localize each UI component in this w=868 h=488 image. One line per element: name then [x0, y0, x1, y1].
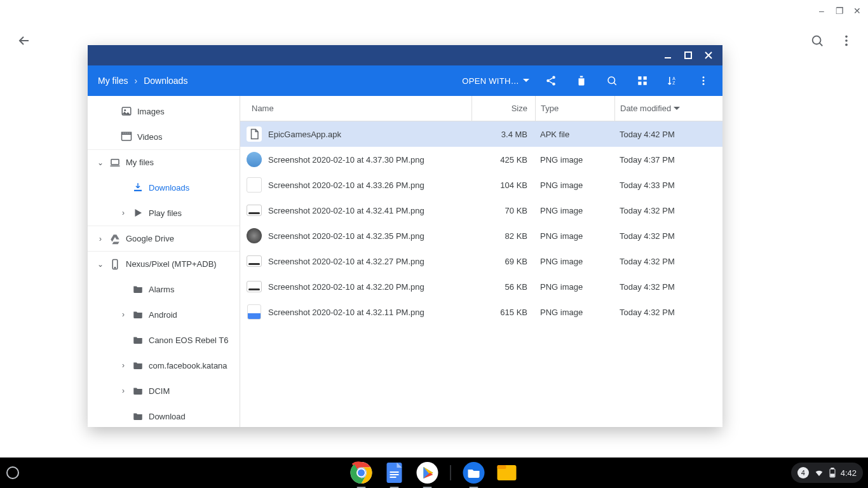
phone-icon — [108, 259, 122, 270]
file-row[interactable]: Screenshot 2020-02-10 at 4.37.30 PM.png4… — [240, 147, 722, 172]
svg-rect-30 — [390, 474, 399, 475]
file-name: Screenshot 2020-02-10 at 4.32.27 PM.png — [268, 257, 471, 266]
sidebar-item-canon-eos-rebel-t6[interactable]: Canon EOS Rebel T6 — [88, 327, 240, 353]
image-icon — [119, 105, 133, 117]
sidebar-item-label: Alarms — [149, 285, 174, 294]
file-row[interactable]: Screenshot 2020-02-10 at 4.32.35 PM.png8… — [240, 223, 722, 248]
column-size[interactable]: Size — [471, 96, 535, 121]
sidebar-item-android[interactable]: ›Android — [88, 302, 240, 327]
file-row[interactable]: EpicGamesApp.apk3.4 MBAPK fileToday 4:42… — [240, 121, 722, 147]
delete-button[interactable] — [567, 65, 595, 96]
app-chrome[interactable] — [349, 460, 374, 485]
folder-icon — [131, 410, 145, 422]
sidebar-item-download[interactable]: Download — [88, 403, 240, 427]
file-name: Screenshot 2020-02-10 at 4.32.35 PM.png — [268, 231, 471, 241]
expand-icon[interactable]: › — [116, 386, 131, 395]
sort-button[interactable]: AZ — [659, 65, 687, 96]
share-button[interactable] — [537, 65, 565, 96]
file-thumbnail — [247, 152, 262, 167]
file-name: EpicGamesApp.apk — [268, 130, 471, 139]
toolbar-search-button[interactable] — [598, 65, 626, 96]
file-row[interactable]: Screenshot 2020-02-10 at 4.32.20 PM.png5… — [240, 274, 722, 299]
file-thumbnail — [247, 254, 262, 269]
sidebar-item-videos[interactable]: Videos — [88, 124, 240, 149]
file-thumbnail — [247, 279, 262, 294]
app-docs[interactable] — [382, 460, 407, 485]
sidebar-item-my-files[interactable]: ⌄My files — [88, 149, 240, 175]
expand-icon[interactable]: › — [116, 208, 131, 217]
window-minimize-icon[interactable]: – — [816, 5, 827, 17]
column-type[interactable]: Type — [535, 96, 614, 121]
file-type: PNG image — [535, 155, 614, 165]
svg-rect-35 — [498, 465, 506, 469]
files-app-window: My files › Downloads OPEN WITH… AZ Image… — [88, 45, 722, 427]
files-close-button[interactable] — [698, 45, 719, 65]
sidebar-item-downloads[interactable]: Downloads — [88, 175, 240, 200]
file-list: Name Size Type Date modified EpicGamesAp… — [240, 96, 722, 427]
sidebar-item-play-files[interactable]: ›Play files — [88, 200, 240, 226]
back-button[interactable] — [17, 33, 32, 48]
files-maximize-button[interactable] — [678, 45, 698, 65]
column-date[interactable]: Date modified — [614, 96, 722, 121]
file-name: Screenshot 2020-02-10 at 4.37.30 PM.png — [268, 155, 471, 165]
app-files-yellow[interactable] — [494, 460, 520, 485]
file-row[interactable]: Screenshot 2020-02-10 at 4.33.26 PM.png1… — [240, 172, 722, 198]
svg-rect-31 — [390, 477, 397, 478]
svg-point-2 — [845, 39, 848, 42]
toolbar-more-button[interactable] — [689, 65, 717, 96]
svg-rect-10 — [644, 76, 647, 79]
file-row[interactable]: Screenshot 2020-02-10 at 4.32.27 PM.png6… — [240, 248, 722, 274]
folder-icon — [131, 334, 145, 346]
files-minimize-button[interactable] — [658, 45, 678, 65]
expand-icon[interactable]: › — [116, 361, 131, 370]
search-icon[interactable] — [810, 33, 825, 48]
sidebar-item-label: com.facebook.katana — [149, 361, 227, 370]
file-row[interactable]: Screenshot 2020-02-10 at 4.32.41 PM.png7… — [240, 198, 722, 223]
system-tray[interactable]: 4 4:42 — [791, 463, 863, 483]
column-name[interactable]: Name — [240, 96, 471, 121]
sidebar-item-alarms[interactable]: Alarms — [88, 276, 240, 302]
folder-icon — [131, 309, 145, 320]
svg-point-24 — [114, 267, 116, 268]
svg-point-19 — [124, 109, 126, 111]
file-date: Today 4:32 PM — [614, 231, 722, 241]
app-files-blue[interactable] — [461, 460, 487, 485]
sidebar-item-label: Download — [149, 412, 186, 421]
files-toolbar: My files › Downloads OPEN WITH… AZ — [88, 65, 722, 96]
shelf: 4 4:42 — [0, 458, 868, 488]
sidebar-item-nexus-pixel-mtp-adb-[interactable]: ⌄Nexus/Pixel (MTP+ADB) — [88, 251, 240, 276]
open-with-button[interactable]: OPEN WITH… — [457, 76, 534, 86]
svg-rect-12 — [644, 82, 647, 85]
sidebar-item-label: Google Drive — [126, 234, 174, 243]
files-titlebar — [88, 45, 722, 65]
svg-text:A: A — [672, 76, 675, 81]
sidebar-item-dcim[interactable]: ›DCIM — [88, 378, 240, 403]
sidebar-item-label: Android — [149, 310, 177, 320]
sidebar-item-com-facebook-katana[interactable]: ›com.facebook.katana — [88, 353, 240, 378]
file-date: Today 4:42 PM — [614, 130, 722, 139]
breadcrumb-root[interactable]: My files — [98, 76, 128, 86]
expand-icon[interactable]: › — [93, 234, 108, 243]
file-row[interactable]: Screenshot 2020-02-10 at 4.32.11 PM.png6… — [240, 299, 722, 325]
file-date: Today 4:33 PM — [614, 180, 722, 190]
svg-point-16 — [703, 80, 705, 82]
app-play-store[interactable] — [415, 460, 440, 485]
sidebar-item-google-drive[interactable]: ›Google Drive — [88, 226, 240, 251]
expand-icon[interactable]: › — [116, 310, 131, 319]
svg-rect-38 — [831, 474, 834, 477]
file-thumbnail — [247, 228, 262, 243]
expand-icon[interactable]: ⌄ — [93, 158, 108, 167]
launcher-button[interactable] — [0, 458, 25, 488]
window-maximize-icon[interactable]: ❐ — [834, 5, 845, 17]
download-icon — [131, 182, 145, 193]
svg-point-7 — [552, 83, 555, 86]
breadcrumb-current[interactable]: Downloads — [144, 76, 187, 86]
file-type: PNG image — [535, 180, 614, 190]
file-name: Screenshot 2020-02-10 at 4.32.41 PM.png — [268, 206, 471, 215]
more-menu-icon[interactable] — [839, 33, 854, 48]
window-close-icon[interactable]: ✕ — [851, 5, 863, 17]
shelf-apps — [349, 460, 520, 485]
sidebar-item-images[interactable]: Images — [88, 98, 240, 124]
view-grid-button[interactable] — [628, 65, 656, 96]
expand-icon[interactable]: ⌄ — [93, 260, 108, 269]
